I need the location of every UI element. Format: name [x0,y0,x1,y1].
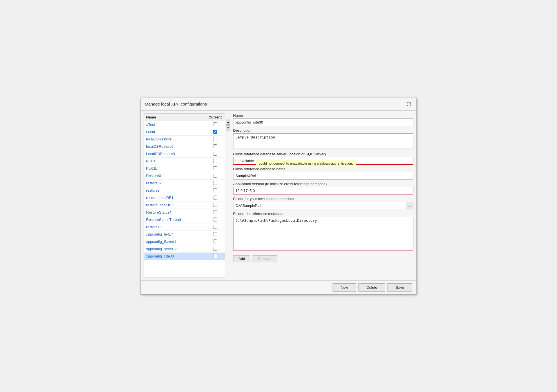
list-item-checkbox[interactable] [213,218,217,221]
list-item-check-cell [205,253,225,259]
list-item-name: RestoreStatusThread [144,216,205,223]
remove-button[interactable]: Remove [253,255,277,262]
list-item[interactable]: RestoreStatus4 [144,209,225,216]
list-item-check-cell [205,187,225,194]
list-item-checkbox[interactable] [213,239,217,243]
description-textarea[interactable]: Sample Description [233,133,413,149]
list-item-check-cell [205,223,225,230]
list-item-name: PU61b [144,165,205,172]
save-button[interactable]: Save [387,283,412,292]
list-item-checkbox[interactable] [213,225,217,229]
list-item[interactable]: localDBRestore2 [144,143,225,150]
list-item-checkbox[interactable] [213,188,217,192]
refresh-icon[interactable] [406,101,412,107]
app-version-input[interactable] [233,187,413,194]
config-list-scroll[interactable]: aTestLocallocalDBRestorelocalDBRestore2L… [144,121,225,277]
col-name-header: Name [144,114,205,121]
db-name-label: Cross reference database name [233,167,413,171]
list-item[interactable]: LocalDBRestore3 [144,150,225,158]
list-item-checkbox[interactable] [213,159,217,163]
list-item-checkbox[interactable] [213,144,217,148]
db-server-section: Cross reference database server (localdb… [233,152,413,165]
list-item-checkbox[interactable] [213,254,217,258]
ref-meta-label: Folders for reference metadata [233,212,413,216]
list-item-checkbox[interactable] [213,152,217,156]
list-item[interactable]: Local [144,128,225,136]
list-item[interactable]: xppconfig_fe417 [144,231,225,238]
list-item-name: restore3 [144,187,205,194]
form-panel: Name Description Sample Description Cros… [233,113,413,277]
db-server-input[interactable] [233,157,413,165]
list-item-checkbox[interactable] [213,122,217,126]
manage-xpp-dialog: Manage local XPP configurations Name Cur… [141,98,416,295]
list-item-name: RestoreStatus4 [144,209,205,216]
list-item[interactable]: RestoreStatusThread [144,216,225,223]
list-item-name: xppconfig_sAveD2 [144,245,205,252]
list-item-checkbox[interactable] [213,247,217,251]
list-item[interactable]: restore02 [144,180,225,187]
list-item[interactable]: xppconfig_sAveD2 [144,245,225,253]
list-item[interactable]: restoreLocalDB2 [144,201,225,209]
list-item[interactable]: restoreLocalDB1 [144,194,225,201]
list-item-checkbox[interactable] [213,203,217,207]
add-remove-row: Add Remove [233,255,413,262]
custom-meta-browse-btn[interactable]: ... [406,202,413,209]
ref-meta-section: Folders for reference metadata C:\ASampl… [233,212,413,251]
list-item[interactable]: restore3 [144,187,225,194]
add-button[interactable]: Add [233,255,250,262]
list-item-check-cell [205,194,225,201]
scroll-down-btn[interactable]: ▼ [226,125,230,131]
col-current-header: Current [205,114,225,121]
list-item-name: localDBRestore2 [144,143,205,150]
list-item-checkbox[interactable] [213,174,217,178]
list-item-check-cell [205,136,225,142]
delete-button[interactable]: Delete [358,283,386,292]
list-item-checkbox[interactable] [213,137,217,141]
config-list-panel: Name Current aTestLocallocalDBRestoreloc… [144,113,225,277]
db-server-label: Cross reference database server (localdb… [233,152,413,156]
list-item[interactable]: aTest [144,121,225,128]
scroll-up-btn[interactable]: ▲ [226,119,230,125]
custom-meta-input[interactable] [233,202,406,209]
list-item-name: restoreLocalDB2 [144,201,205,209]
list-item-name: restore02 [144,180,205,187]
list-item[interactable]: PU61 [144,158,225,165]
list-item-name: xppconfig_Saved1 [144,238,205,245]
list-item-check-cell [205,128,225,135]
list-item[interactable]: localDBRestore [144,136,225,143]
db-name-section: Cross reference database name [233,167,413,180]
list-item[interactable]: xppconfig_cde30 [144,253,225,260]
list-item-check-cell [205,201,225,208]
list-item-checkbox[interactable] [213,196,217,200]
ref-meta-textarea[interactable]: C:\ASamplePath\PackagesLocalDirectory [233,217,413,250]
list-item-check-cell [205,245,225,252]
list-item-checkbox[interactable] [213,181,217,185]
list-item[interactable]: xppconfig_Saved1 [144,238,225,245]
list-item[interactable]: Restore01 [144,172,225,180]
list-item-checkbox[interactable] [213,232,217,236]
list-item-check-cell [205,209,225,216]
list-item-name: restoreLocalDB1 [144,194,205,201]
list-item-checkbox[interactable] [213,166,217,170]
dialog-body: Name Current aTestLocallocalDBRestoreloc… [141,111,416,280]
bottom-bar: New Delete Save [141,280,416,294]
list-item-check-cell [205,180,225,186]
list-item[interactable]: PU61b [144,165,225,172]
new-button[interactable]: New [333,283,356,292]
list-item-checkbox[interactable] [213,130,217,134]
list-item-check-cell [205,238,225,245]
app-version-label: Application version (to initialize cross… [233,182,413,186]
list-item-checkbox[interactable] [213,210,217,214]
list-item-check-cell [205,150,225,157]
db-name-input[interactable] [233,172,413,180]
custom-meta-row: ... [233,202,413,209]
custom-meta-label: Folder for your own custom metadata [233,197,413,201]
list-item[interactable]: restoreT1 [144,223,225,231]
list-item-name: localDBRestore [144,136,205,143]
name-input[interactable] [233,118,413,126]
list-item-name: Local [144,128,205,135]
list-item-check-cell [205,231,225,238]
name-label: Name [233,113,413,118]
app-version-section: Application version (to initialize cross… [233,182,413,194]
list-item-name: Restore01 [144,172,205,179]
